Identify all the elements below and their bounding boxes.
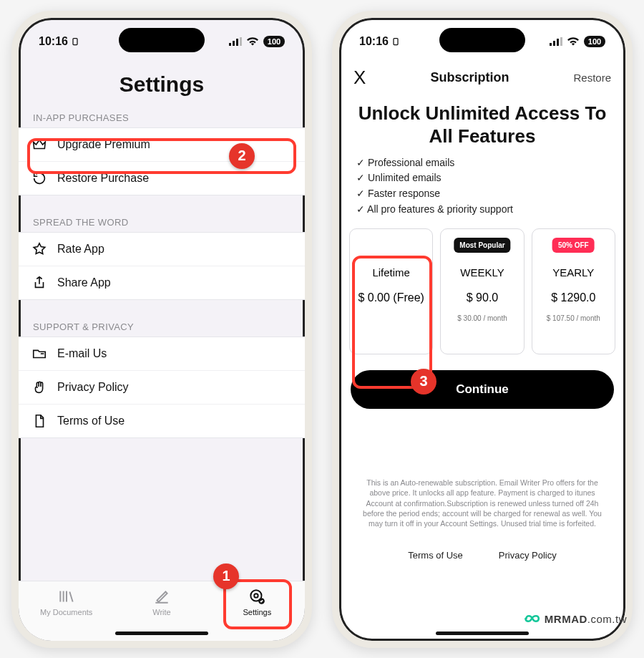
watermark-suffix: .com.tw: [587, 613, 627, 625]
row-label: Upgrade Premium: [57, 138, 150, 151]
cellular-icon: [229, 37, 242, 46]
subscription-title: Subscription: [430, 70, 509, 85]
phone-left-settings: 10:16 100 Settings IN-APP PURCHASES Upgr…: [11, 11, 312, 648]
svg-rect-3: [236, 39, 238, 46]
pen-icon: [152, 587, 171, 606]
wifi-icon: [567, 37, 580, 46]
plan-weekly[interactable]: Most Popular WEEKLY $ 90.0 $ 30.00 / mon…: [440, 228, 524, 354]
section-header-support: SUPPORT & PRIVACY: [19, 321, 305, 337]
plan-price: $ 0.00 (Free): [358, 291, 424, 304]
section-header-iap: IN-APP PURCHASES: [19, 112, 305, 127]
row-terms-of-use[interactable]: Terms of Use: [19, 405, 305, 437]
svg-rect-10: [553, 41, 555, 46]
feature-item: ✓ All pro features & priority support: [356, 202, 608, 218]
continue-button[interactable]: Continue: [351, 370, 614, 409]
list-spread: Rate App Share App: [19, 232, 305, 300]
plan-subprice: $ 30.00 / month: [457, 314, 507, 322]
svg-rect-8: [394, 38, 398, 44]
section-header-spread: SPREAD THE WORD: [19, 217, 305, 232]
row-restore-purchase[interactable]: Restore Purchase: [19, 162, 305, 195]
restore-button[interactable]: Restore: [573, 72, 611, 84]
cellular-icon: [550, 37, 562, 46]
row-label: Terms of Use: [57, 415, 125, 427]
crown-icon: [31, 137, 47, 153]
battery-indicator: 100: [263, 36, 285, 47]
row-label: E-mail Us: [57, 347, 107, 360]
plan-name: Lifetime: [372, 266, 410, 279]
row-label: Privacy Policy: [57, 381, 129, 394]
feature-item: ✓ Unlimited emails: [356, 170, 608, 186]
plan-name: WEEKLY: [460, 266, 504, 279]
list-support: E-mail Us Privacy Policy Terms of Use: [19, 337, 305, 438]
row-rate-app[interactable]: Rate App: [19, 233, 305, 266]
watermark: MRMAD.com.tw: [522, 609, 627, 628]
dynamic-island: [439, 28, 525, 52]
svg-rect-12: [560, 37, 562, 46]
svg-point-6: [255, 594, 258, 597]
feature-item: ✓ Professional emails: [356, 155, 608, 171]
plan-name: YEARLY: [552, 266, 594, 279]
page-title: Settings: [19, 72, 305, 97]
status-time: 10:16: [359, 35, 389, 48]
plan-tag-most-popular: Most Popular: [454, 238, 510, 253]
row-email-us[interactable]: E-mail Us: [19, 337, 305, 371]
star-icon: [31, 241, 47, 257]
svg-rect-11: [557, 39, 559, 46]
wifi-icon: [246, 37, 259, 46]
svg-rect-2: [233, 41, 235, 46]
restore-icon: [31, 170, 47, 186]
share-icon: [31, 275, 47, 291]
tab-my-documents[interactable]: My Documents: [31, 587, 102, 616]
battery-indicator: 100: [584, 36, 605, 47]
annotation-badge-2: 2: [229, 143, 255, 169]
plan-yearly[interactable]: 50% OFF YEARLY $ 1290.0 $ 107.50 / month: [532, 228, 615, 354]
home-indicator[interactable]: [115, 632, 208, 635]
annotation-badge-1: 1: [213, 563, 239, 589]
svg-rect-1: [229, 43, 231, 46]
svg-rect-0: [73, 38, 77, 44]
row-privacy-policy[interactable]: Privacy Policy: [19, 371, 305, 405]
row-label: Restore Purchase: [57, 172, 149, 185]
close-button[interactable]: X: [353, 67, 366, 89]
plan-lifetime[interactable]: Lifetime $ 0.00 (Free): [349, 228, 433, 354]
feature-item: ✓ Faster response: [356, 186, 608, 202]
dynamic-island: [119, 28, 205, 52]
fine-print: This is an Auto-renewable subscription. …: [356, 478, 608, 528]
tab-label: My Documents: [40, 608, 92, 616]
document-icon: [31, 413, 47, 429]
pricing-plans: Lifetime $ 0.00 (Free) Most Popular WEEK…: [339, 217, 625, 360]
footer-terms-link[interactable]: Terms of Use: [408, 550, 463, 561]
infinity-icon: [522, 609, 540, 628]
gear-check-icon: [248, 587, 266, 606]
mail-folder-icon: [31, 346, 47, 362]
home-indicator[interactable]: [436, 632, 529, 635]
tab-settings[interactable]: Settings: [221, 587, 293, 616]
plan-price: $ 90.0: [467, 291, 498, 304]
annotation-badge-3: 3: [411, 369, 436, 395]
svg-rect-4: [240, 37, 242, 46]
hero-headline: Unlock Unlimited Access To All Features: [351, 102, 614, 148]
library-icon: [57, 587, 76, 606]
subscription-header: X Subscription Restore: [339, 61, 625, 89]
row-label: Share App: [57, 276, 111, 289]
feature-list: ✓ Professional emails ✓ Unlimited emails…: [339, 155, 625, 218]
svg-rect-9: [550, 43, 552, 46]
card-icon: [391, 37, 400, 46]
list-iap: Upgrade Premium Restore Purchase: [19, 127, 305, 195]
card-icon: [71, 37, 79, 46]
phone-right-subscription: 10:16 100 X Subscription Restore Unlock …: [332, 11, 633, 648]
row-label: Rate App: [57, 243, 104, 256]
row-share-app[interactable]: Share App: [19, 266, 305, 299]
footer-privacy-link[interactable]: Privacy Policy: [499, 550, 557, 561]
plan-tag-discount: 50% OFF: [552, 238, 595, 253]
status-time: 10:16: [39, 35, 68, 48]
row-upgrade-premium[interactable]: Upgrade Premium: [19, 128, 305, 162]
hand-icon: [31, 379, 47, 395]
watermark-brand: MRMAD: [545, 613, 587, 625]
plan-subprice: $ 107.50 / month: [547, 314, 600, 322]
plan-price: $ 1290.0: [551, 291, 595, 304]
tab-label: Write: [152, 608, 170, 616]
tab-label: Settings: [243, 608, 271, 616]
tab-write[interactable]: Write: [126, 587, 197, 616]
footer-links: Terms of Use Privacy Policy: [339, 550, 625, 561]
